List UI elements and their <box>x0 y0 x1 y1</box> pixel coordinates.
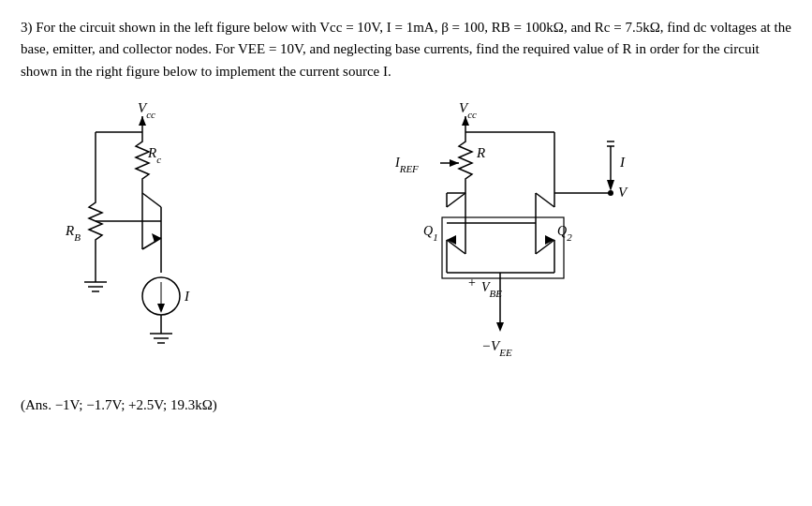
left-circuit-svg: Vcc Rc <box>58 99 264 390</box>
vcc-label-left: Vcc <box>138 100 155 120</box>
svg-marker-1 <box>139 116 146 126</box>
answer-text: (Ans. −1V; −1.7V; +2.5V; 19.3kΩ) <box>21 397 217 412</box>
i-label-right: I <box>619 155 626 170</box>
right-circuit-svg: Vcc R IREF <box>320 99 676 399</box>
problem-line1: 3) For the circuit shown in the left fig… <box>21 20 791 79</box>
svg-line-37 <box>536 193 554 207</box>
vcc-label-right: Vcc <box>459 100 477 120</box>
svg-marker-8 <box>152 233 161 243</box>
svg-rect-54 <box>442 217 564 278</box>
svg-marker-19 <box>157 304 165 313</box>
svg-marker-27 <box>450 159 459 167</box>
vee-label: −VEE <box>481 338 512 358</box>
right-circuit: Vcc R IREF <box>320 99 676 390</box>
r-label: R <box>476 145 485 160</box>
left-circuit: Vcc Rc <box>58 99 264 390</box>
q2-label: Q2 <box>557 224 572 243</box>
svg-line-6 <box>142 193 161 207</box>
vbe-label: VBE <box>481 280 502 299</box>
v-output-label: V <box>618 185 628 200</box>
rc-label: Rc <box>147 145 161 165</box>
problem-text: 3) For the circuit shown in the left fig… <box>21 17 791 82</box>
vbe-plus: + <box>468 275 476 290</box>
svg-marker-49 <box>607 180 614 191</box>
svg-marker-45 <box>496 322 504 332</box>
iref-label: IREF <box>394 156 419 174</box>
q1-label: Q1 <box>423 224 438 243</box>
i-label-left: I <box>184 289 190 304</box>
rb-label: RB <box>65 223 81 243</box>
svg-line-30 <box>447 193 465 207</box>
answer-line: (Ans. −1V; −1.7V; +2.5V; 19.3kΩ) <box>21 397 791 413</box>
